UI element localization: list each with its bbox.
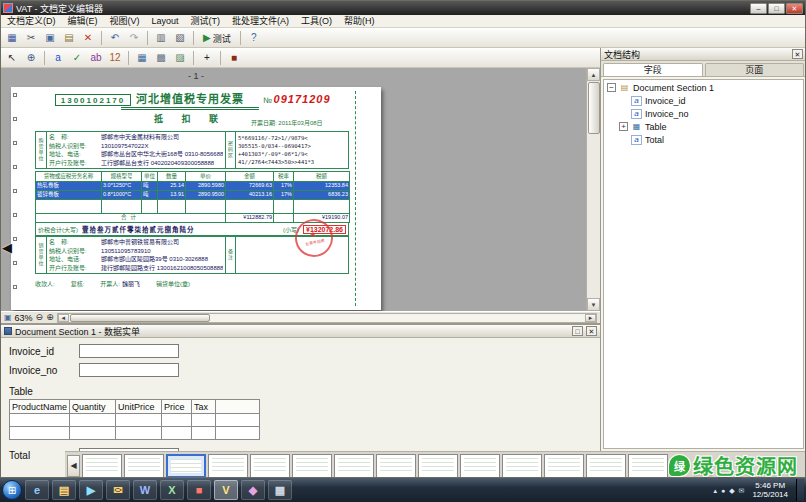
cut-button[interactable]: ✂ (22, 30, 40, 46)
undo-button[interactable]: ↶ (106, 30, 124, 46)
calculator-taskbar-button[interactable]: ▦ (268, 480, 292, 500)
run-test-button[interactable]: ▶测试 (198, 30, 236, 46)
ocr-zone-tool-button[interactable]: ■ (225, 50, 243, 66)
grid-cell[interactable] (10, 414, 70, 427)
show-desktop-button[interactable] (796, 479, 804, 501)
help-button[interactable]: ? (245, 30, 263, 46)
menu-item-5[interactable]: 批处理文件(A) (226, 15, 295, 28)
page-thumbnail-8[interactable] (376, 454, 416, 478)
data-table-grid[interactable]: ProductNameQuantityUnitPricePriceTax (9, 399, 260, 440)
horizontal-scrollbar[interactable]: ◂ ▸ (57, 313, 597, 323)
grid-cell[interactable] (216, 414, 260, 427)
structure-tab-0[interactable]: 字段 (603, 63, 703, 76)
delete-button[interactable]: ✕ (79, 30, 97, 46)
start-button[interactable]: ⊞ (2, 480, 22, 500)
tray-icon-1[interactable]: ● (721, 487, 725, 494)
close-button[interactable]: ✕ (786, 3, 803, 14)
structure-tree[interactable]: −▤Document Section 1aInvoice_idaInvoice_… (603, 79, 804, 449)
page-thumbnail-3[interactable] (166, 454, 206, 478)
menu-item-3[interactable]: Layout (146, 15, 185, 28)
page-thumbnail-13[interactable] (586, 454, 626, 478)
page-handle[interactable] (13, 93, 17, 97)
scroll-right-icon[interactable]: ▸ (585, 314, 596, 322)
number-field-tool-button[interactable]: 12 (106, 50, 124, 66)
grid-cell[interactable] (116, 414, 162, 427)
table-tool-button[interactable]: ▦ (133, 50, 151, 66)
expand-icon[interactable]: + (619, 122, 628, 131)
minimize-button[interactable]: – (750, 3, 767, 14)
combo-field-tool-button[interactable]: ab (87, 50, 105, 66)
page-thumbnail-11[interactable] (502, 454, 542, 478)
scroll-up-icon[interactable]: ▲ (587, 68, 600, 81)
preview-button[interactable]: ▧ (171, 30, 189, 46)
print-button[interactable]: ▥ (152, 30, 170, 46)
vat-editor-taskbar-button[interactable]: V (214, 480, 238, 500)
grid-cell[interactable] (70, 414, 116, 427)
zoom-in-button[interactable]: ⊕ (46, 313, 54, 322)
scroll-left-icon[interactable]: ◂ (58, 314, 69, 322)
grid-row[interactable] (10, 427, 260, 440)
page-thumbnail-14[interactable] (628, 454, 668, 478)
internet-explorer-taskbar-button[interactable]: e (25, 480, 49, 500)
menu-item-6[interactable]: 工具(O) (295, 15, 338, 28)
menu-item-2[interactable]: 视图(V) (104, 15, 146, 28)
grid-cell[interactable] (192, 414, 216, 427)
checkbox-field-tool-button[interactable]: ✓ (68, 50, 86, 66)
page-thumbnail-9[interactable] (418, 454, 458, 478)
grid-cell[interactable] (162, 414, 192, 427)
grid-cell[interactable] (116, 427, 162, 440)
page-thumbnail-7[interactable] (334, 454, 374, 478)
region-tool-button[interactable]: ▩ (152, 50, 170, 66)
invoice-no-input[interactable] (79, 363, 179, 377)
page-thumbnail-6[interactable] (292, 454, 332, 478)
tray-icon-0[interactable]: ▴ (713, 487, 717, 494)
grid-cell[interactable] (192, 427, 216, 440)
menu-item-7[interactable]: 帮助(H) (338, 15, 381, 28)
word-taskbar-button[interactable]: W (133, 480, 157, 500)
grid-cell[interactable] (162, 427, 192, 440)
vertical-scroll-thumb[interactable] (588, 82, 600, 134)
maximize-button[interactable]: □ (768, 3, 785, 14)
structure-close-button[interactable]: ✕ (792, 49, 803, 59)
paint-taskbar-button[interactable]: ◆ (241, 480, 265, 500)
menu-item-4[interactable]: 测试(T) (185, 15, 227, 28)
page-thumbnail-12[interactable] (544, 454, 584, 478)
text-field-tool-button[interactable]: a (49, 50, 67, 66)
tree-item[interactable]: aInvoice_no (604, 107, 803, 120)
grid-cell[interactable] (70, 427, 116, 440)
tree-item[interactable]: aInvoice_id (604, 94, 803, 107)
panel-float-button[interactable]: □ (572, 326, 583, 336)
panel-close-button[interactable]: ✕ (586, 326, 597, 336)
scroll-down-icon[interactable]: ▼ (587, 298, 600, 311)
page-handle[interactable] (13, 141, 17, 145)
copy-button[interactable]: ▣ (41, 30, 59, 46)
page-handle[interactable] (13, 189, 17, 193)
collapse-icon[interactable]: − (607, 83, 616, 92)
zoom-out-button[interactable]: ⊖ (36, 313, 44, 322)
tree-item[interactable]: aTotal (604, 133, 803, 146)
save-button[interactable]: ▦ (3, 30, 21, 46)
image-tool-button[interactable]: ▨ (171, 50, 189, 66)
page-handle[interactable] (13, 237, 17, 241)
tree-item[interactable]: −▤Document Section 1 (604, 81, 803, 94)
excel-taskbar-button[interactable]: X (160, 480, 184, 500)
file-explorer-taskbar-button[interactable]: ▤ (52, 480, 76, 500)
tree-item[interactable]: +▦Table (604, 120, 803, 133)
page-thumbnail-5[interactable] (250, 454, 290, 478)
vertical-scrollbar[interactable]: ▲ ▼ (586, 68, 600, 311)
grid-cell[interactable] (10, 427, 70, 440)
page-thumbnail-1[interactable] (82, 454, 122, 478)
document-canvas[interactable]: - 1 - 1300102170 河北增值税专用发票 №09171209 抵 扣… (1, 68, 600, 311)
menu-item-0[interactable]: 文档定义(D) (1, 15, 62, 28)
select-tool-button[interactable]: ↖ (3, 50, 21, 66)
page-handle[interactable] (13, 261, 17, 265)
tray-icon-2[interactable]: ◆ (729, 487, 734, 494)
taskbar-clock[interactable]: 5:46 PM 12/5/2014 (748, 481, 792, 499)
menu-item-1[interactable]: 编辑(E) (62, 15, 104, 28)
paste-button[interactable]: ▤ (60, 30, 78, 46)
mail-taskbar-button[interactable]: ✉ (106, 480, 130, 500)
anchor-tool-button[interactable]: + (198, 50, 216, 66)
page-handle[interactable] (13, 165, 17, 169)
page-handle[interactable] (13, 117, 17, 121)
tray-icon-3[interactable]: ✉ (739, 487, 745, 494)
